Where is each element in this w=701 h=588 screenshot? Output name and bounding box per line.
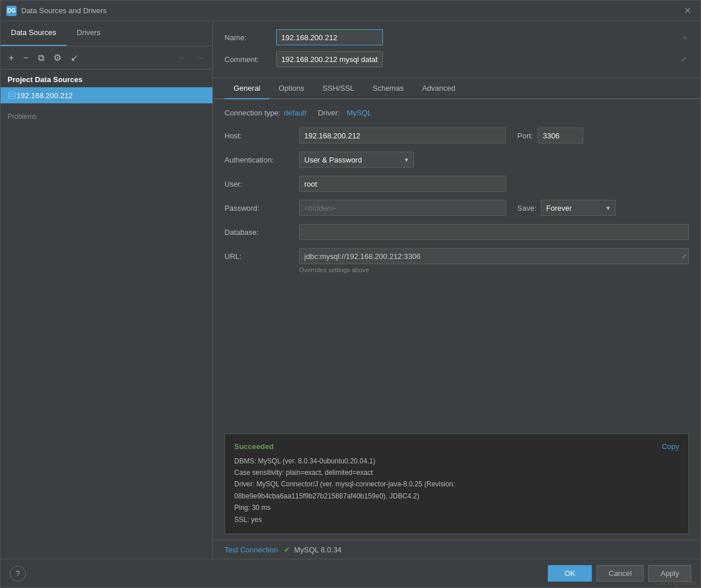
success-line-5: Ping: 30 ms	[234, 502, 679, 513]
user-input[interactable]	[299, 176, 506, 192]
comment-row: Comment: ⤢	[224, 51, 689, 67]
url-expand-icon[interactable]: ⤢	[681, 253, 687, 260]
auth-label: Authentication:	[224, 156, 299, 164]
add-button[interactable]: +	[5, 51, 17, 65]
left-toolbar: + − ⧉ ⚙ ↙ ← →	[1, 47, 212, 69]
problems-section: Problems	[1, 103, 212, 130]
overrides-text: Overrides settings above	[299, 266, 689, 273]
title-bar: DG Data Sources and Drivers ✕	[1, 1, 700, 21]
cancel-button[interactable]: Cancel	[597, 565, 644, 582]
host-row: Host: Port:	[224, 127, 689, 144]
copy-button[interactable]: Copy	[662, 442, 679, 451]
ok-button[interactable]: OK	[548, 565, 592, 582]
tab-sshssl[interactable]: SSH/SSL	[313, 78, 363, 99]
tab-general[interactable]: General	[224, 78, 269, 99]
url-label: URL:	[224, 252, 299, 261]
bottom-bar: ? OK Cancel Apply	[1, 559, 700, 587]
test-connection-check-icon: ✔	[284, 545, 291, 554]
comment-input[interactable]	[276, 51, 383, 67]
port-input[interactable]	[537, 127, 583, 144]
port-label: Port:	[517, 131, 533, 140]
datasource-item[interactable]: 192.168.200.212	[1, 87, 212, 103]
tab-options[interactable]: Options	[269, 78, 313, 99]
tab-advanced[interactable]: Advanced	[413, 78, 464, 99]
save-select-wrapper: Forever Until restart Never ▼	[541, 200, 615, 216]
remove-button[interactable]: −	[20, 51, 32, 65]
auth-row: Authentication: User & Password No auth …	[224, 152, 689, 168]
name-input[interactable]	[276, 29, 383, 45]
success-text: DBMS: MySQL (ver. 8.0.34-0ubuntu0.20.04.…	[234, 455, 679, 525]
success-title-text: Succeeded	[234, 442, 274, 451]
left-tabs: Data Sources Drivers	[1, 21, 212, 47]
success-box: Succeeded Copy DBMS: MySQL (ver. 8.0.34-…	[224, 434, 689, 534]
test-connection-status: ✔ MySQL 8.0.34	[284, 545, 342, 554]
back-button[interactable]: ←	[175, 51, 191, 65]
save-select[interactable]: Forever Until restart Never	[541, 200, 615, 216]
driver-label: Driver:	[318, 109, 340, 117]
action-buttons: OK Cancel Apply	[548, 565, 691, 582]
url-input-wrapper: ⤢	[299, 248, 689, 264]
import-button[interactable]: ↙	[67, 50, 82, 65]
name-loading-icon: ○	[683, 33, 687, 41]
project-header: Project Data Sources	[1, 69, 212, 87]
name-input-wrapper: ○	[276, 29, 689, 45]
test-connection-row: Test Connection ✔ MySQL 8.0.34	[213, 540, 700, 559]
comment-expand-icon[interactable]: ⤢	[681, 55, 687, 63]
dialog-title: Data Sources and Drivers	[21, 6, 680, 15]
conn-type-label: Connection type:	[224, 109, 281, 117]
test-connection-version: MySQL 8.0.34	[294, 546, 342, 554]
password-input[interactable]	[299, 200, 506, 216]
dialog: DG Data Sources and Drivers ✕ Data Sourc…	[0, 0, 701, 588]
name-label: Name:	[224, 33, 276, 42]
settings-button[interactable]: ⚙	[50, 50, 65, 65]
auth-select-wrapper: User & Password No auth SSH key ▼	[299, 152, 414, 168]
success-line-6: SSL: yes	[234, 514, 679, 525]
forward-button[interactable]: →	[192, 51, 208, 65]
help-button[interactable]: ?	[10, 566, 26, 582]
success-title-row: Succeeded Copy	[234, 442, 679, 451]
right-panel: Name: ○ Comment: ⤢ General Opti	[213, 21, 700, 559]
tab-content-general: Connection type: default Driver: MySQL H…	[213, 99, 700, 434]
database-row: Database:	[224, 224, 689, 240]
url-input[interactable]	[299, 248, 689, 264]
left-panel: Data Sources Drivers + − ⧉ ⚙ ↙ ← → Proje…	[1, 21, 213, 559]
tab-schemas[interactable]: Schemas	[363, 78, 413, 99]
url-row: URL: ⤢	[224, 248, 689, 264]
success-line-2: Case sensitivity: plain=exact, delimited…	[234, 467, 679, 478]
name-row: Name: ○	[224, 29, 689, 45]
svg-point-0	[9, 92, 16, 94]
tab-drivers[interactable]: Drivers	[67, 21, 111, 46]
test-connection-button[interactable]: Test Connection	[224, 546, 278, 554]
password-label: Password:	[224, 204, 299, 212]
database-icon	[7, 91, 17, 100]
main-content: Data Sources Drivers + − ⧉ ⚙ ↙ ← → Proje…	[1, 21, 700, 559]
comment-label: Comment:	[224, 55, 276, 64]
database-label: Database:	[224, 228, 299, 237]
app-icon: DG	[6, 6, 17, 16]
copy-datasource-button[interactable]: ⧉	[34, 51, 48, 65]
connection-type-row: Connection type: default Driver: MySQL	[224, 109, 689, 117]
host-label: Host:	[224, 131, 299, 140]
nav-arrows: ← →	[175, 51, 208, 65]
success-line-3: Driver: MySQL Connector/J (ver. mysql-co…	[234, 478, 679, 490]
save-label: Save:	[517, 204, 536, 212]
database-input[interactable]	[299, 224, 689, 240]
close-button[interactable]: ✕	[680, 4, 695, 17]
apply-button[interactable]: Apply	[648, 565, 691, 582]
name-comment-section: Name: ○ Comment: ⤢	[213, 21, 700, 78]
password-row: Password: Save: Forever Until restart Ne…	[224, 200, 689, 216]
comment-input-wrapper: ⤢	[276, 51, 689, 67]
user-row: User:	[224, 176, 689, 192]
success-line-4: 08be9e9b4cba6aa115f9b27b215887af40b159e0…	[234, 490, 679, 502]
driver-value[interactable]: MySQL	[347, 109, 371, 117]
user-label: User:	[224, 180, 299, 188]
tab-datasources[interactable]: Data Sources	[1, 21, 67, 46]
host-input[interactable]	[299, 127, 506, 144]
tabs-bar: General Options SSH/SSL Schemas Advanced	[213, 78, 700, 99]
datasource-name: 192.168.200.212	[17, 91, 73, 100]
conn-type-value[interactable]: default	[284, 109, 307, 117]
success-line-1: DBMS: MySQL (ver. 8.0.34-0ubuntu0.20.04.…	[234, 455, 679, 467]
watermark: CSDN @Dontla	[656, 580, 696, 586]
auth-select[interactable]: User & Password No auth SSH key	[299, 152, 414, 168]
